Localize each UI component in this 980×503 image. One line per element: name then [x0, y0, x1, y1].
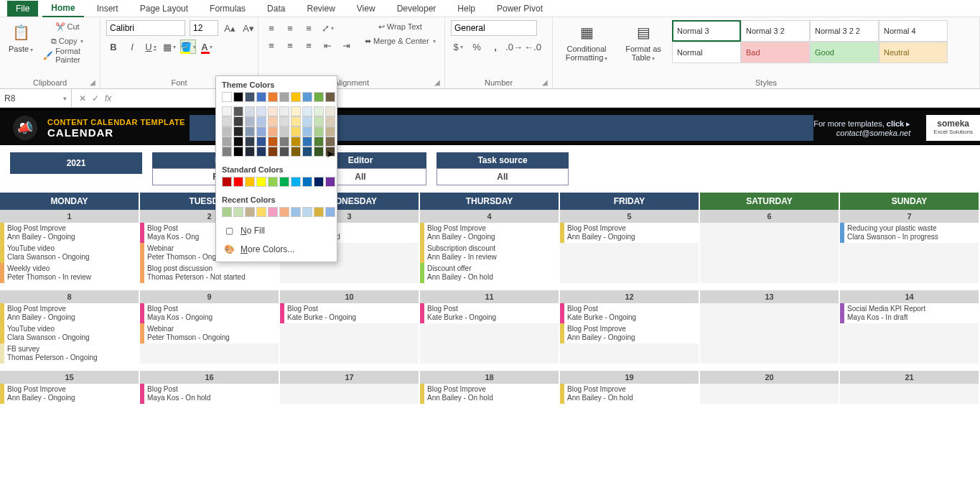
- calendar-event[interactable]: Blog Post ImproveAnn Bailey - Ongoing: [0, 303, 139, 323]
- calendar-cell[interactable]: Blog Post ImproveAnn Bailey - Ongoing: [0, 384, 140, 404]
- tab-data[interactable]: Data: [258, 1, 294, 17]
- date-cell[interactable]: 6: [700, 210, 840, 223]
- date-cell[interactable]: 19: [560, 371, 700, 384]
- color-swatch[interactable]: [233, 147, 243, 157]
- calendar-cell[interactable]: YouTube videoClara Swanson - Ongoing: [0, 323, 140, 343]
- align-left-button[interactable]: ≡: [264, 39, 279, 52]
- decrease-indent-button[interactable]: ⇤: [320, 39, 335, 52]
- format-as-table-button[interactable]: ▤ Format as Table: [619, 20, 668, 65]
- color-swatch[interactable]: [245, 207, 255, 217]
- calendar-cell[interactable]: [840, 243, 980, 263]
- align-center-button[interactable]: ≡: [283, 39, 297, 52]
- year-filter[interactable]: 2021: [10, 152, 142, 185]
- color-swatch[interactable]: [245, 177, 255, 187]
- color-swatch[interactable]: [256, 177, 266, 187]
- font-size-select[interactable]: [190, 20, 218, 36]
- color-swatch[interactable]: [325, 116, 335, 126]
- date-cell[interactable]: 14: [840, 290, 980, 303]
- color-swatch[interactable]: [291, 177, 301, 187]
- date-cell[interactable]: 16: [140, 371, 280, 384]
- date-cell[interactable]: 9: [140, 290, 280, 303]
- calendar-cell[interactable]: Blog Post ImproveAnn Bailey - On hold: [420, 384, 560, 404]
- decrease-font-button[interactable]: A▾: [241, 22, 256, 34]
- color-swatch[interactable]: [291, 147, 301, 157]
- color-swatch[interactable]: [302, 137, 312, 147]
- color-swatch[interactable]: [233, 137, 243, 147]
- calendar-cell[interactable]: [700, 384, 840, 404]
- calendar-event[interactable]: YouTube videoClara Swanson - Ongoing: [0, 243, 139, 263]
- paste-button[interactable]: 📋 Paste: [6, 20, 36, 56]
- color-swatch[interactable]: [245, 106, 255, 116]
- color-swatch[interactable]: [222, 137, 232, 147]
- calendar-event[interactable]: FB surveyThomas Peterson - Ongoing: [0, 343, 139, 364]
- copy-button[interactable]: ⧉Copy: [40, 34, 94, 47]
- align-bottom-button[interactable]: ≡: [302, 22, 316, 34]
- calendar-cell[interactable]: [280, 323, 420, 343]
- color-swatch[interactable]: [233, 92, 243, 102]
- color-swatch[interactable]: [302, 106, 312, 116]
- calendar-cell[interactable]: WebinarPeter Thomson - Ongoing: [140, 323, 280, 343]
- color-swatch[interactable]: [279, 106, 289, 116]
- date-cell[interactable]: 17: [280, 371, 420, 384]
- orientation-button[interactable]: ⤢: [320, 22, 335, 34]
- color-swatch[interactable]: [256, 147, 266, 157]
- calendar-event[interactable]: Social Media KPI ReportMaya Kos - In dra…: [840, 303, 979, 323]
- calendar-event[interactable]: Blog Post ImproveAnn Bailey - Ongoing: [560, 323, 699, 343]
- enter-formula-button[interactable]: ✓: [92, 93, 99, 103]
- calendar-cell[interactable]: YouTube videoClara Swanson - Ongoing: [0, 243, 140, 263]
- increase-indent-button[interactable]: ⇥: [339, 39, 353, 52]
- color-swatch[interactable]: [314, 207, 324, 217]
- date-cell[interactable]: 4: [420, 210, 560, 223]
- color-swatch[interactable]: [222, 147, 232, 157]
- color-swatch[interactable]: [314, 116, 324, 126]
- calendar-cell[interactable]: Blog Post ImproveAnn Bailey - On hold: [560, 384, 700, 404]
- tab-developer[interactable]: Developer: [388, 1, 445, 17]
- calendar-cell[interactable]: Blog Post ImproveAnn Bailey - Ongoing: [0, 303, 140, 323]
- color-swatch[interactable]: [291, 116, 301, 126]
- color-swatch[interactable]: [233, 177, 243, 187]
- calendar-cell[interactable]: Social Media KPI ReportMaya Kos - In dra…: [840, 303, 980, 323]
- color-swatch[interactable]: [222, 106, 232, 116]
- style-cell[interactable]: Good: [810, 42, 879, 63]
- color-swatch[interactable]: [222, 92, 232, 102]
- format-painter-button[interactable]: 🖌️Format Painter: [40, 49, 94, 62]
- style-cell[interactable]: Normal 3 2: [741, 20, 810, 42]
- calendar-cell[interactable]: Blog Post ImproveAnn Bailey - Ongoing: [420, 223, 560, 243]
- calendar-event[interactable]: Blog Post ImproveAnn Bailey - Ongoing: [420, 223, 559, 243]
- more-colors-item[interactable]: 🎨More Colors...: [216, 240, 337, 259]
- style-cell[interactable]: Normal 4: [879, 20, 948, 42]
- color-swatch[interactable]: [314, 137, 324, 147]
- calendar-event[interactable]: Reducing your plastic wasteClara Swanson…: [840, 223, 979, 243]
- color-swatch[interactable]: [325, 207, 335, 217]
- style-cell[interactable]: Normal: [672, 42, 741, 63]
- color-swatch[interactable]: [314, 126, 324, 137]
- color-swatch[interactable]: [325, 92, 335, 102]
- calendar-event[interactable]: Blog PostMaya Kos - On hold: [140, 384, 279, 404]
- calendar-event[interactable]: Weekly videoPeter Thomson - In review: [0, 263, 139, 283]
- increase-decimal-button[interactable]: .0→: [507, 40, 521, 53]
- calendar-cell[interactable]: FB surveyThomas Peterson - Ongoing: [0, 343, 140, 364]
- date-cell[interactable]: 8: [0, 290, 140, 303]
- tab-view[interactable]: View: [348, 1, 384, 17]
- tab-page-layout[interactable]: Page Layout: [131, 1, 197, 17]
- calendar-event[interactable]: Blog Post ImproveAnn Bailey - Ongoing: [0, 223, 139, 243]
- style-cell[interactable]: Normal 3: [672, 20, 741, 42]
- color-swatch[interactable]: [291, 106, 301, 116]
- calendar-cell[interactable]: [280, 384, 420, 404]
- color-swatch[interactable]: [314, 92, 324, 102]
- calendar-cell[interactable]: [280, 263, 420, 283]
- align-middle-button[interactable]: ≡: [283, 22, 297, 34]
- color-swatch[interactable]: [268, 126, 278, 137]
- calendar-cell[interactable]: Blog Post ImproveAnn Bailey - Ongoing: [560, 223, 700, 243]
- date-cell[interactable]: 18: [420, 371, 560, 384]
- color-swatch[interactable]: [302, 126, 312, 137]
- calendar-cell[interactable]: [560, 263, 700, 283]
- calendar-event[interactable]: Subscription discountAnn Bailey - In rev…: [420, 243, 559, 263]
- color-swatch[interactable]: [279, 147, 289, 157]
- calendar-cell[interactable]: [280, 343, 420, 364]
- color-swatch[interactable]: [268, 106, 278, 116]
- tab-formulas[interactable]: Formulas: [201, 1, 254, 17]
- color-swatch[interactable]: [256, 92, 266, 102]
- calendar-cell[interactable]: [700, 323, 840, 343]
- color-swatch[interactable]: [256, 207, 266, 217]
